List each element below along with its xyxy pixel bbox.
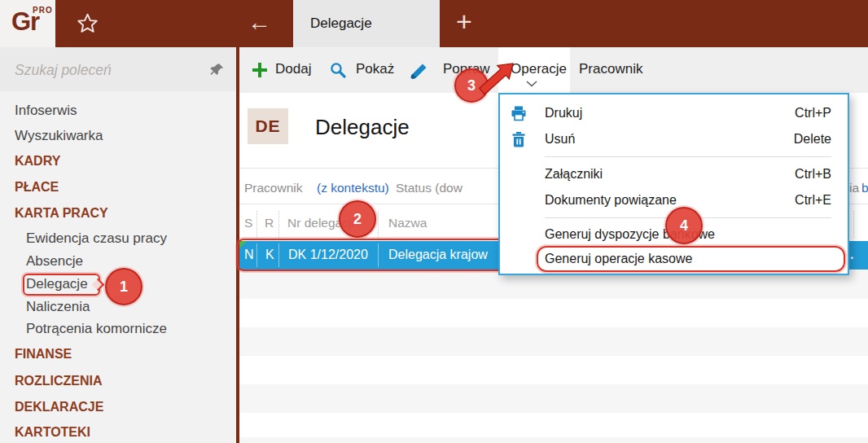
menu-item-shortcut: Ctrl+E: [795, 193, 831, 208]
sidebar-section-deklaracje[interactable]: DEKLARACJE: [0, 400, 236, 419]
menu-separator: [545, 156, 831, 157]
menu-item-zalaczniki[interactable]: Załączniki Ctrl+B: [500, 161, 848, 187]
sidebar-section-finanse[interactable]: FINANSE: [0, 347, 236, 366]
printer-icon: [511, 105, 527, 121]
sidebar-section-kartoteki[interactable]: KARTOTEKI: [0, 425, 236, 443]
sidebar-item-potracenia-komornicze[interactable]: Potrącenia komornicze: [0, 321, 236, 340]
command-search-bar: [0, 47, 236, 91]
menu-item-label: Dokumenty powiązane: [545, 193, 677, 208]
pin-icon[interactable]: [209, 62, 225, 77]
page-title: Delegacje: [315, 115, 410, 140]
show-button[interactable]: Pokaż: [356, 61, 394, 77]
cell-name-tail: .: [850, 248, 853, 262]
filter-employee-value[interactable]: (z kontekstu): [317, 181, 389, 195]
logo-pro-text: PRO: [33, 6, 53, 15]
annotation-menu-item-outline: [537, 246, 845, 272]
search-input[interactable]: [13, 57, 204, 83]
menu-item-label: Usuń: [545, 132, 575, 147]
empty-row: [239, 437, 868, 443]
menu-item-drukuj[interactable]: Drukuj Ctrl+P: [500, 100, 848, 126]
sidebar-item-ewidencja-czasu-pracy[interactable]: Ewidencja czasu pracy: [0, 230, 236, 250]
sidebar-section-rozliczenia[interactable]: ROZLICZENIA: [0, 374, 236, 393]
filter-employee-label: Pracownik: [244, 181, 303, 195]
favorites-star-icon[interactable]: [77, 12, 99, 34]
column-divider: [853, 211, 855, 238]
tab-delegacje[interactable]: Delegacje: [293, 0, 440, 47]
sidebar-section-karta-pracy[interactable]: KARTA PRACY: [0, 206, 236, 226]
empty-row: [239, 384, 868, 413]
menu-item-label: Załączniki: [545, 167, 603, 182]
annotation-delegacje-outline: [23, 274, 100, 296]
app-window: Gr PRO ← Delegacje + Infoserwis Wyszukiw…: [0, 0, 868, 443]
filter-right-fragment-link[interactable]: b: [861, 181, 868, 195]
annotation-step-2: 2: [339, 200, 376, 238]
column-divider: [278, 211, 280, 238]
search-icon: [329, 61, 347, 79]
column-divider: [378, 211, 379, 238]
back-arrow-icon[interactable]: ←: [248, 9, 271, 36]
sidebar-item-wyszukiwarka[interactable]: Wyszukiwarka: [0, 128, 236, 147]
operations-label: Operacje: [511, 61, 567, 77]
column-header-nazwa[interactable]: Nazwa: [388, 216, 427, 230]
sidebar-item-infoserwis[interactable]: Infoserwis: [0, 103, 236, 122]
sidebar-section-kadry[interactable]: KADRY: [0, 154, 236, 173]
column-header-s[interactable]: S: [244, 216, 252, 230]
add-icon: [252, 62, 268, 78]
chevron-down-icon: [526, 81, 537, 87]
menu-item-usun[interactable]: Usuń Delete: [500, 126, 848, 152]
page-badge: DE: [248, 108, 288, 144]
add-button[interactable]: Dodaj: [275, 61, 311, 77]
menu-item-label: Drukuj: [545, 106, 582, 121]
annotation-step-4: 4: [665, 207, 703, 244]
sidebar-section-place[interactable]: PŁACE: [0, 180, 236, 200]
menu-item-shortcut: Ctrl+B: [795, 167, 831, 182]
empty-row: [239, 327, 868, 356]
column-header-r[interactable]: R: [265, 216, 274, 230]
menu-item-shortcut: Delete: [794, 132, 831, 147]
filter-status[interactable]: Status (dow: [396, 181, 462, 195]
employee-button[interactable]: Pracownik: [579, 61, 642, 77]
menu-item-shortcut: Ctrl+P: [795, 106, 831, 121]
tab-label: Delegacje: [310, 15, 372, 31]
annotation-step-1: 1: [105, 268, 142, 305]
trash-icon: [511, 131, 527, 147]
app-logo: Gr PRO: [0, 0, 55, 47]
column-divider: [256, 211, 258, 238]
annotation-arrow: [476, 60, 516, 96]
edit-brush-icon: [410, 61, 429, 81]
new-tab-icon[interactable]: +: [456, 6, 472, 37]
annotation-row-outline: [237, 239, 515, 271]
filter-right-fragment: ia: [849, 181, 859, 195]
